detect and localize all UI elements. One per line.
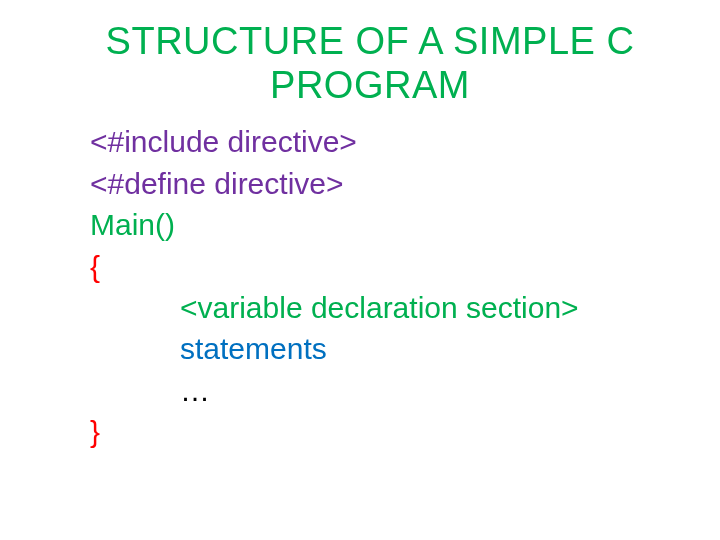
- statements-line: statements: [90, 328, 660, 369]
- slide-title: STRUCTURE OF A SIMPLE C PROGRAM: [80, 20, 660, 107]
- define-directive-line: <#define directive>: [90, 163, 660, 204]
- variable-declaration-line: <variable declaration section>: [90, 287, 660, 328]
- include-directive-line: <#include directive>: [90, 121, 660, 162]
- close-brace-line: }: [90, 411, 660, 452]
- main-line: Main(): [90, 204, 660, 245]
- open-brace-line: {: [90, 246, 660, 287]
- slide-body: <#include directive> <#define directive>…: [80, 121, 660, 452]
- ellipsis-line: …: [90, 370, 660, 411]
